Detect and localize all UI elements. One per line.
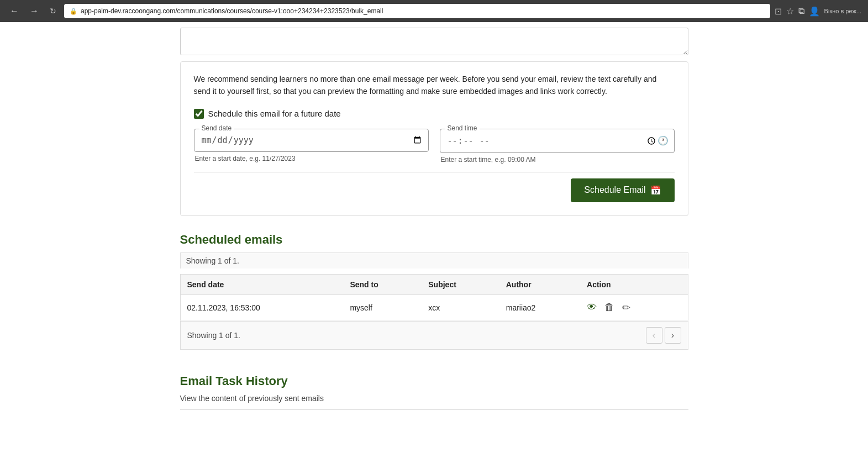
table-header-row: Send date Send to Subject Author Action — [180, 274, 688, 294]
table-row: 02.11.2023, 16:53:00 myself xcx mariiao2… — [180, 294, 688, 320]
history-divider — [180, 409, 688, 410]
schedule-calendar-icon: 📅 — [650, 185, 661, 196]
profile-icon[interactable]: 👤 — [809, 6, 820, 17]
send-date-group: Send date Enter a start date, e.g. 11/27… — [194, 129, 429, 164]
showing-bottom: Showing 1 of 1. — [187, 331, 241, 340]
scheduled-emails-table: Send date Send to Subject Author Action … — [180, 274, 688, 321]
send-date-hint: Enter a start date, e.g. 11/27/2023 — [194, 155, 429, 162]
view-button[interactable]: 👁 — [587, 302, 597, 313]
profile-text: Вікно в реж... — [824, 8, 861, 14]
col-send-to: Send to — [343, 274, 422, 294]
delete-button[interactable]: 🗑 — [604, 302, 614, 313]
cell-subject: xcx — [422, 294, 499, 320]
email-history-subtitle: View the content of previously sent emai… — [180, 394, 688, 403]
schedule-checkbox-row: Schedule this email for a future date — [194, 109, 675, 119]
send-date-input-wrapper — [194, 129, 429, 152]
scheduled-emails-heading: Scheduled emails — [180, 233, 688, 247]
edit-button[interactable]: ✏ — [622, 302, 630, 314]
forward-button[interactable]: → — [27, 5, 42, 17]
action-icons: 👁 🗑 ✏ — [587, 302, 681, 314]
cell-author: mariiao2 — [499, 294, 580, 320]
recommendation-text: We recommend sending learners no more th… — [194, 73, 675, 98]
refresh-button[interactable]: ↻ — [46, 6, 60, 17]
lock-icon: 🔒 — [70, 8, 77, 15]
schedule-btn-row: Schedule Email 📅 — [194, 172, 675, 202]
col-send-date: Send date — [180, 274, 343, 294]
table-body: 02.11.2023, 16:53:00 myself xcx mariiao2… — [180, 294, 688, 320]
screen-cast-icon[interactable]: ⊡ — [775, 6, 782, 17]
url-bar[interactable]: 🔒 app-palm-dev.raccoongang.com/communica… — [64, 4, 770, 18]
url-text: app-palm-dev.raccoongang.com/communicati… — [81, 7, 383, 15]
table-header: Send date Send to Subject Author Action — [180, 274, 688, 294]
send-time-group: Send time 🕐 Enter a start time, e.g. 09:… — [440, 129, 675, 164]
col-author: Author — [499, 274, 580, 294]
schedule-checkbox-label[interactable]: Schedule this email for a future date — [208, 109, 341, 118]
cell-send-to: myself — [343, 294, 422, 320]
send-time-input[interactable] — [447, 135, 657, 147]
email-history-section: Email Task History View the content of p… — [180, 374, 688, 410]
email-history-heading: Email Task History — [180, 374, 688, 388]
page-content: We recommend sending learners no more th… — [169, 22, 699, 410]
email-body-textarea[interactable] — [180, 28, 688, 55]
cell-action: 👁 🗑 ✏ — [580, 294, 688, 320]
date-time-row: Send date Enter a start date, e.g. 11/27… — [194, 129, 675, 164]
showing-top: Showing 1 of 1. — [180, 252, 688, 269]
browser-bar: ← → ↻ 🔒 app-palm-dev.raccoongang.com/com… — [0, 0, 868, 22]
pagination-buttons: ‹ › — [646, 327, 681, 344]
send-time-input-wrapper: 🕐 — [440, 129, 675, 153]
col-subject: Subject — [422, 274, 499, 294]
scheduled-emails-section: Scheduled emails Showing 1 of 1. Send da… — [180, 233, 688, 361]
clock-icon: 🕐 — [657, 135, 669, 146]
extensions-icon[interactable]: ⧉ — [798, 6, 804, 16]
col-action: Action — [580, 274, 688, 294]
send-date-legend: Send date — [199, 124, 234, 132]
send-time-hint: Enter a start time, e.g. 09:00 AM — [440, 156, 675, 164]
send-time-legend: Send time — [445, 124, 480, 132]
top-textarea-section — [180, 22, 688, 57]
send-date-input[interactable] — [201, 135, 423, 146]
back-button[interactable]: ← — [7, 5, 22, 17]
browser-right-icons: ⊡ ☆ ⧉ 👤 Вікно в реж... — [775, 6, 861, 17]
schedule-email-button[interactable]: Schedule Email 📅 — [571, 178, 674, 202]
pagination-row: Showing 1 of 1. ‹ › — [180, 321, 688, 350]
schedule-email-label: Schedule Email — [584, 185, 645, 195]
prev-page-button[interactable]: ‹ — [646, 327, 662, 344]
schedule-checkbox[interactable] — [194, 109, 204, 119]
bookmark-icon[interactable]: ☆ — [786, 6, 794, 17]
email-section: We recommend sending learners no more th… — [180, 61, 688, 216]
cell-send-date: 02.11.2023, 16:53:00 — [180, 294, 343, 320]
next-page-button[interactable]: › — [665, 327, 681, 344]
